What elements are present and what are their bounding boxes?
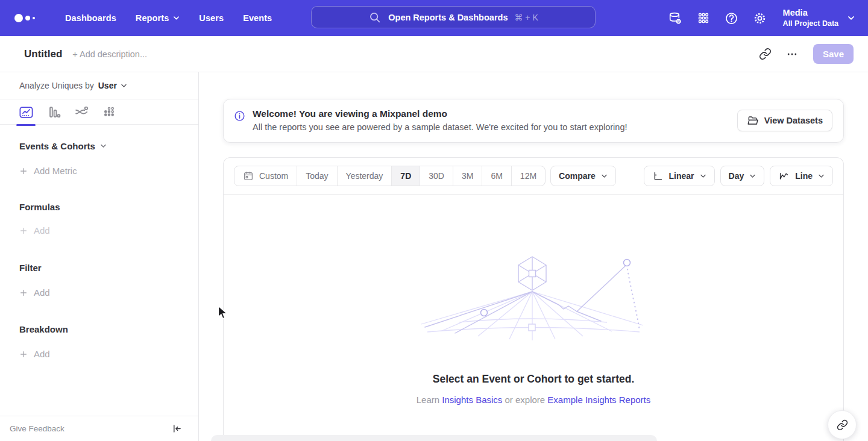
nav-item-events[interactable]: Events xyxy=(233,0,281,36)
filter-heading: Filter xyxy=(19,263,198,273)
plus-icon xyxy=(19,167,28,175)
chevron-down-icon xyxy=(121,84,127,88)
add-metric-button[interactable]: Add Metric xyxy=(19,166,198,176)
link-icon xyxy=(837,419,848,431)
range-6m[interactable]: 6M xyxy=(482,166,511,186)
calendar-icon xyxy=(243,170,254,181)
chevron-down-icon xyxy=(601,174,608,178)
range-30d[interactable]: 30D xyxy=(420,166,453,186)
chevron-down-icon xyxy=(173,16,180,20)
compare-dropdown[interactable]: Compare xyxy=(550,166,616,186)
flows-tab[interactable] xyxy=(68,99,95,125)
folder-icon xyxy=(747,114,759,127)
copy-link-icon[interactable] xyxy=(755,44,776,64)
granularity-dropdown[interactable]: Day xyxy=(720,166,765,186)
project-selector[interactable]: Media All Project Data xyxy=(783,7,855,28)
analyze-uniques-row: Analyze Uniques by User xyxy=(0,72,198,99)
bar-chart-icon xyxy=(46,104,61,120)
insights-basics-link[interactable]: Insights Basics xyxy=(442,395,502,405)
collapse-sidebar-icon[interactable] xyxy=(171,423,183,434)
save-button[interactable]: Save xyxy=(813,44,854,64)
wireframe-landscape-illustration xyxy=(419,254,648,348)
project-scope: All Project Data xyxy=(783,19,838,28)
chart-controls: Custom Today Yesterday 7D 30D 3M 6M 12M … xyxy=(224,158,843,195)
report-title[interactable]: Untitled xyxy=(24,48,62,60)
flows-icon xyxy=(74,104,89,120)
metrics-tab[interactable] xyxy=(95,99,123,125)
analyze-value-dropdown[interactable]: User xyxy=(98,81,127,90)
chart-type-dropdown[interactable]: Line xyxy=(770,166,833,186)
range-7d[interactable]: 7D xyxy=(392,166,420,186)
report-content: Welcome! You are viewing a Mixpanel demo… xyxy=(199,72,868,441)
report-header: Untitled + Add description... Save xyxy=(0,36,868,72)
query-builder-sidebar: Analyze Uniques by User xyxy=(0,72,199,441)
date-range-picker: Custom Today Yesterday 7D 30D 3M 6M 12M xyxy=(234,166,546,186)
data-management-icon[interactable] xyxy=(665,8,685,28)
empty-state-title: Select an Event or Cohort to get started… xyxy=(433,373,635,386)
analyze-label: Analyze Uniques by xyxy=(19,81,94,90)
example-insights-reports-link[interactable]: Example Insights Reports xyxy=(547,395,650,405)
nav-item-dashboards[interactable]: Dashboards xyxy=(55,0,126,36)
nav-item-users[interactable]: Users xyxy=(189,0,233,36)
empty-state-links: Learn Insights Basics or explore Example… xyxy=(417,395,651,405)
search-shortcut: ⌘ + K xyxy=(514,13,538,22)
empty-chart-area: Select an Event or Cohort to get started… xyxy=(224,195,843,441)
more-ellipsis-icon[interactable] xyxy=(782,44,802,64)
chevron-down-icon xyxy=(100,144,107,148)
view-datasets-button[interactable]: View Datasets xyxy=(737,110,832,131)
events-cohorts-heading[interactable]: Events & Cohorts xyxy=(19,141,198,151)
info-icon xyxy=(233,110,246,122)
add-filter-button[interactable]: Add xyxy=(19,287,198,298)
settings-gear-icon[interactable] xyxy=(750,8,770,28)
chart-panel: Custom Today Yesterday 7D 30D 3M 6M 12M … xyxy=(223,157,844,441)
banner-subtitle: All the reports you see are powered by a… xyxy=(253,122,627,132)
add-breakdown-button[interactable]: Add xyxy=(19,349,198,359)
insights-line-icon xyxy=(18,104,34,120)
plus-icon xyxy=(19,227,28,235)
bar-chart-tab[interactable] xyxy=(40,99,68,125)
mixpanel-logo[interactable] xyxy=(14,14,35,22)
global-search[interactable]: Open Reports & Dashboards ⌘ + K xyxy=(311,6,596,28)
range-12m[interactable]: 12M xyxy=(512,166,545,186)
range-yesterday[interactable]: Yesterday xyxy=(338,166,392,186)
plus-icon xyxy=(19,350,28,358)
plus-icon xyxy=(19,289,28,297)
scale-dropdown[interactable]: Linear xyxy=(644,166,715,186)
range-today[interactable]: Today xyxy=(297,166,337,186)
search-icon xyxy=(368,11,382,24)
share-link-fab[interactable] xyxy=(828,410,857,439)
add-formula-button[interactable]: Add xyxy=(19,225,198,236)
range-3m[interactable]: 3M xyxy=(453,166,482,186)
search-placeholder: Open Reports & Dashboards xyxy=(388,13,508,22)
range-custom[interactable]: Custom xyxy=(234,166,297,186)
chevron-down-icon xyxy=(848,16,855,20)
top-nav-right: Media All Project Data xyxy=(665,7,868,28)
banner-title: Welcome! You are viewing a Mixpanel demo xyxy=(253,108,627,119)
formulas-heading: Formulas xyxy=(19,202,198,212)
chevron-down-icon xyxy=(818,174,825,178)
axis-linear-icon xyxy=(652,170,664,182)
nav-item-reports[interactable]: Reports xyxy=(126,0,190,36)
give-feedback-link[interactable]: Give Feedback xyxy=(10,424,64,433)
metrics-dots-icon xyxy=(102,105,117,120)
line-chart-icon xyxy=(778,170,790,182)
top-nav: Dashboards Reports Users Events Open Rep… xyxy=(0,0,868,36)
chart-type-tabs xyxy=(0,99,198,125)
chevron-down-icon xyxy=(749,174,756,178)
project-name: Media xyxy=(783,7,838,19)
breakdown-heading: Breakdown xyxy=(19,324,198,334)
report-description-placeholder[interactable]: + Add description... xyxy=(72,49,147,59)
collapsed-bottom-panel[interactable] xyxy=(211,435,657,441)
help-icon[interactable] xyxy=(722,8,742,28)
demo-welcome-banner: Welcome! You are viewing a Mixpanel demo… xyxy=(223,99,844,143)
chevron-down-icon xyxy=(700,174,706,178)
apps-grid-icon[interactable] xyxy=(693,8,714,28)
insights-line-tab[interactable] xyxy=(12,99,40,125)
sidebar-footer: Give Feedback xyxy=(0,416,198,441)
